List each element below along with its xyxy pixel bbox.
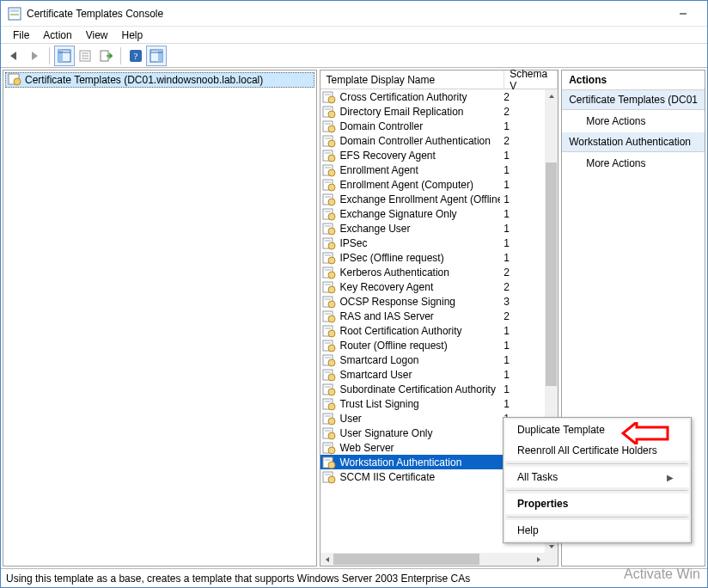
template-name-cell: Kerberos Authentication (339, 266, 500, 279)
menu-bar: File Action View Help (1, 27, 707, 44)
context-menu-help[interactable]: Help (505, 520, 689, 541)
table-row[interactable]: Enrollment Agent (Computer)1 (320, 177, 545, 192)
table-row[interactable]: Root Certification Authority1 (320, 323, 545, 338)
menu-view[interactable]: View (79, 27, 115, 44)
table-row[interactable]: Router (Offline request)1 (320, 338, 545, 352)
template-name-cell: Cross Certification Authority (339, 91, 500, 103)
svg-point-60 (328, 286, 335, 293)
table-row[interactable]: Domain Controller Authentication2 (320, 133, 545, 148)
svg-point-69 (328, 330, 335, 337)
svg-rect-86 (325, 415, 331, 417)
tree-root-node[interactable]: Certificate Templates (DC01.windowsnoob.… (5, 72, 314, 88)
svg-point-90 (328, 432, 335, 439)
template-name-cell: Web Server (339, 442, 500, 454)
column-header-schema[interactable]: Schema V (504, 70, 558, 89)
back-button[interactable] (3, 46, 24, 66)
minimize-button[interactable] (666, 2, 700, 26)
scroll-thumb[interactable] (333, 554, 479, 565)
template-schema-cell: 3 (504, 296, 545, 308)
template-schema-cell: 1 (504, 369, 545, 381)
scroll-left-arrow-icon[interactable] (320, 553, 333, 566)
template-name-cell: Smartcard Logon (339, 354, 500, 366)
template-schema-cell: 2 (504, 310, 545, 322)
actions-more-2[interactable]: More Actions (562, 152, 705, 175)
table-row[interactable]: RAS and IAS Server2 (320, 309, 545, 323)
template-schema-cell: 2 (504, 266, 545, 279)
svg-rect-47 (325, 225, 331, 227)
certificate-template-icon (322, 295, 336, 309)
table-row[interactable]: Domain Controller1 (320, 119, 545, 133)
toolbar-separator (120, 47, 121, 64)
menu-help[interactable]: Help (115, 27, 150, 44)
export-list-button[interactable] (95, 46, 116, 66)
table-row[interactable]: Exchange Signature Only1 (320, 206, 545, 221)
svg-rect-65 (325, 313, 331, 315)
template-name-cell: Exchange Enrollment Agent (Offline requ.… (339, 193, 500, 205)
toolbar: ? (1, 44, 707, 68)
table-row[interactable]: Smartcard User1 (320, 367, 545, 382)
svg-rect-59 (325, 284, 331, 285)
actions-more-1[interactable]: More Actions (562, 110, 705, 132)
template-name-cell: IPSec (339, 237, 500, 249)
template-schema-cell: 1 (504, 398, 545, 410)
certificate-template-icon (322, 441, 336, 455)
template-schema-cell: 1 (504, 223, 545, 235)
table-row[interactable]: Smartcard Logon1 (320, 352, 545, 367)
table-row[interactable]: Cross Certification Authority2 (320, 89, 545, 104)
table-row[interactable]: Enrollment Agent1 (320, 162, 545, 177)
horizontal-scrollbar[interactable] (320, 553, 545, 566)
show-actions-pane-button[interactable] (146, 46, 167, 66)
certificate-template-icon (322, 266, 336, 279)
context-menu-properties[interactable]: Properties (505, 493, 689, 514)
menu-action[interactable]: Action (36, 27, 78, 44)
svg-point-48 (328, 228, 335, 235)
scroll-up-arrow-icon[interactable] (545, 89, 558, 102)
template-schema-cell: 1 (504, 354, 545, 366)
table-row[interactable]: Exchange Enrollment Agent (Offline requ.… (320, 192, 545, 206)
forward-button[interactable] (24, 46, 45, 66)
table-row[interactable]: OCSP Response Signing3 (320, 294, 545, 309)
table-row[interactable]: EFS Recovery Agent1 (320, 148, 545, 162)
template-name-cell: SCCM IIS Certificate (339, 471, 500, 483)
svg-point-24 (328, 111, 335, 118)
svg-point-33 (328, 155, 335, 162)
template-name-cell: IPSec (Offline request) (339, 252, 500, 264)
table-row[interactable]: Kerberos Authentication2 (320, 265, 545, 279)
context-menu-duplicate-template[interactable]: Duplicate Template (505, 420, 689, 440)
template-schema-cell: 1 (504, 383, 545, 395)
scroll-thumb[interactable] (546, 162, 557, 386)
column-header-name[interactable]: Template Display Name (320, 70, 504, 89)
tree-pane: Certificate Templates (DC01.windowsnoob.… (3, 70, 317, 567)
table-row[interactable]: Key Recovery Agent2 (320, 279, 545, 294)
svg-rect-29 (325, 138, 331, 139)
svg-point-27 (328, 126, 335, 132)
show-hide-tree-button[interactable] (54, 46, 75, 66)
svg-rect-44 (325, 211, 331, 212)
certificate-template-icon (322, 368, 336, 382)
certificate-template-icon (322, 251, 336, 265)
svg-point-39 (328, 184, 335, 191)
template-schema-cell: 1 (504, 150, 545, 162)
template-schema-cell: 2 (504, 135, 545, 147)
svg-point-75 (328, 359, 335, 366)
svg-rect-77 (325, 371, 331, 373)
properties-button[interactable] (75, 46, 95, 66)
svg-point-63 (328, 301, 335, 308)
svg-rect-26 (325, 123, 331, 125)
table-row[interactable]: Trust List Signing1 (320, 396, 545, 411)
help-button[interactable]: ? (125, 46, 146, 66)
table-row[interactable]: Directory Email Replication2 (320, 104, 545, 119)
table-row[interactable]: Exchange User1 (320, 221, 545, 236)
template-schema-cell: 1 (504, 164, 545, 176)
svg-point-81 (328, 389, 335, 395)
table-row[interactable]: IPSec (Offline request)1 (320, 250, 545, 265)
context-menu-all-tasks[interactable]: All Tasks ▶ (505, 467, 689, 487)
title-bar: Certificate Templates Console (1, 1, 707, 27)
actions-group-templates[interactable]: Certificate Templates (DC01 (562, 90, 705, 110)
menu-file[interactable]: File (6, 27, 36, 44)
actions-group-selection[interactable]: Workstation Authentication (562, 132, 705, 152)
scroll-right-arrow-icon[interactable] (532, 553, 545, 566)
table-row[interactable]: IPSec1 (320, 236, 545, 250)
table-row[interactable]: Subordinate Certification Authority1 (320, 382, 545, 396)
context-menu-reenroll-holders[interactable]: Reenroll All Certificate Holders (505, 440, 689, 461)
